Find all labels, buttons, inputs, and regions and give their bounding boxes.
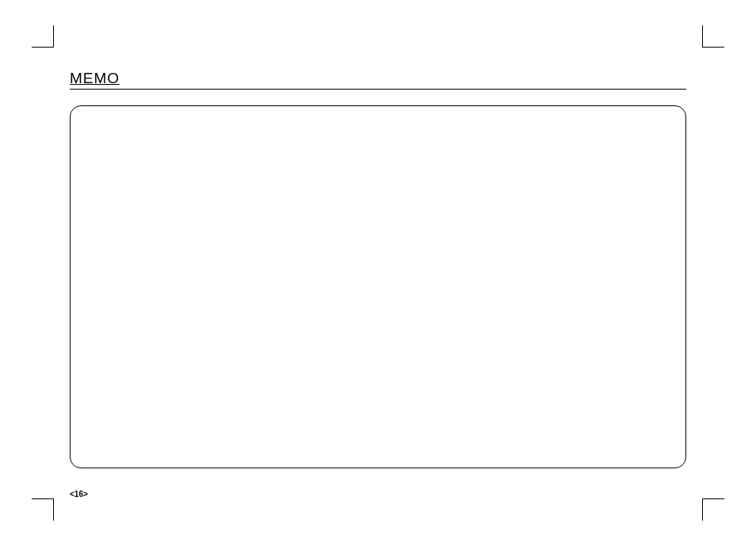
memo-box [70,105,686,468]
title-row: MEMO [70,70,686,90]
page-title: MEMO [70,70,120,86]
crop-mark-bottom-left [32,498,54,521]
crop-mark-bottom-right [702,498,724,521]
page-content: MEMO [70,70,686,484]
page-number: <16> [70,490,88,498]
crop-mark-top-right [702,25,724,48]
crop-mark-top-left [32,25,54,48]
